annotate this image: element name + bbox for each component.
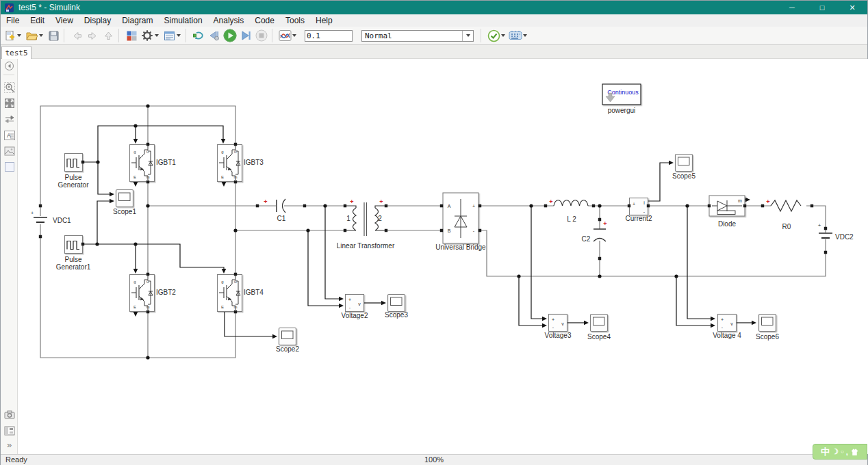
- update-diagram-button[interactable]: [192, 29, 205, 42]
- camera-icon[interactable]: [3, 409, 15, 421]
- new-model-button[interactable]: [3, 29, 16, 42]
- label-scope6: Scope6: [756, 333, 779, 341]
- minimize-button[interactable]: ─: [777, 1, 807, 14]
- ime-language-indicator[interactable]: 中: [821, 446, 830, 458]
- model-canvas[interactable]: g C E m: [18, 59, 868, 454]
- forward-button[interactable]: [86, 29, 99, 42]
- hide-browser-icon[interactable]: [3, 60, 15, 72]
- block-scope4[interactable]: [591, 315, 608, 332]
- model-browser-icon[interactable]: [3, 425, 15, 436]
- save-button[interactable]: [47, 29, 60, 42]
- open-caret-icon[interactable]: [39, 34, 43, 37]
- toolbar: Normal: [1, 27, 867, 45]
- label-transformer: Linear Transformer: [337, 242, 395, 250]
- title-bar: test5 * - Simulink ─ □ ✕: [1, 1, 867, 14]
- block-igbt3[interactable]: [218, 145, 242, 182]
- port-label: +: [633, 202, 635, 207]
- up-button[interactable]: [101, 29, 115, 42]
- ime-comma-icon[interactable]: ,: [846, 448, 848, 456]
- block-voltage3[interactable]: + - v: [549, 315, 567, 332]
- zoom-icon[interactable]: [3, 81, 15, 93]
- block-scope1[interactable]: [116, 190, 133, 207]
- signal-wires[interactable]: [83, 126, 752, 336]
- label-current2: Current2: [626, 215, 652, 222]
- menu-edit[interactable]: Edit: [25, 14, 50, 27]
- block-diode[interactable]: m: [709, 196, 745, 216]
- annotation-icon[interactable]: A: [3, 129, 15, 141]
- new-model-caret-icon[interactable]: [17, 34, 21, 37]
- block-igbt4[interactable]: [218, 275, 242, 312]
- sim-stop-time-input[interactable]: [305, 30, 353, 42]
- model-advisor-caret-icon[interactable]: [501, 34, 505, 37]
- block-powergui[interactable]: Continuous: [602, 84, 641, 105]
- area-box-icon[interactable]: [3, 161, 15, 172]
- stop-button[interactable]: [255, 29, 268, 42]
- battery-plus: +: [31, 210, 34, 216]
- data-inspector-button[interactable]: [278, 29, 292, 42]
- block-scope2[interactable]: [279, 328, 296, 345]
- model-config-button[interactable]: [162, 29, 176, 42]
- zoom-level: 100%: [1, 455, 867, 464]
- electrical-wires[interactable]: [40, 106, 826, 358]
- sim-mode-select[interactable]: Normal: [361, 30, 474, 42]
- settings-caret-icon[interactable]: [155, 34, 159, 37]
- back-button[interactable]: [70, 29, 84, 42]
- block-scope5[interactable]: [676, 155, 693, 172]
- data-inspector-caret-icon[interactable]: [292, 34, 296, 37]
- block-scope3[interactable]: [388, 295, 405, 312]
- block-pulse-generator[interactable]: [65, 154, 83, 172]
- run-button[interactable]: [223, 29, 237, 42]
- menu-simulation[interactable]: Simulation: [159, 14, 208, 27]
- menu-help[interactable]: Help: [310, 14, 338, 27]
- build-caret-icon[interactable]: [523, 34, 527, 37]
- close-button[interactable]: ✕: [837, 1, 867, 14]
- label-voltage2: Voltage2: [342, 312, 368, 319]
- expand-glyph: »: [7, 440, 12, 450]
- polarity-marks: + + + + + + + +: [31, 198, 821, 228]
- build-button[interactable]: [509, 29, 522, 42]
- step-back-button[interactable]: [207, 29, 221, 42]
- pan-arrows-icon[interactable]: [3, 113, 15, 124]
- menu-view[interactable]: View: [50, 14, 79, 27]
- model-config-caret-icon[interactable]: [177, 34, 181, 37]
- block-universal-bridge[interactable]: A B + -: [443, 193, 478, 243]
- ime-moon-icon[interactable]: ☽: [832, 447, 839, 456]
- port-squares: [39, 143, 827, 313]
- model-advisor-button[interactable]: [487, 29, 500, 42]
- polarity-plus: +: [766, 198, 769, 205]
- window-title: test5 * - Simulink: [18, 3, 80, 12]
- image-icon[interactable]: [3, 145, 15, 157]
- label-scope3: Scope3: [385, 311, 408, 319]
- label-scope5: Scope5: [672, 172, 695, 180]
- step-forward-button[interactable]: [239, 29, 253, 42]
- block-voltage4[interactable]: + - v: [718, 315, 737, 332]
- label-powergui: powergui: [608, 107, 636, 114]
- ime-skin-icon[interactable]: [850, 448, 859, 456]
- menu-analysis[interactable]: Analysis: [208, 14, 250, 27]
- block-igbt2[interactable]: [130, 275, 155, 312]
- block-voltage2[interactable]: + - v: [346, 295, 364, 312]
- label-igbt1: IGBT1: [156, 159, 176, 166]
- menu-file[interactable]: File: [1, 14, 25, 27]
- tab-test5[interactable]: test5: [1, 46, 31, 59]
- maximize-button[interactable]: □: [807, 1, 837, 14]
- menu-diagram[interactable]: Diagram: [116, 14, 158, 27]
- block-scope6[interactable]: [759, 315, 776, 332]
- menu-code[interactable]: Code: [249, 14, 280, 27]
- fit-to-view-icon[interactable]: [3, 97, 15, 109]
- ime-badge[interactable]: 中 ☽ ○ ,: [813, 444, 867, 460]
- settings-gear-button[interactable]: [140, 29, 154, 42]
- tab-bar: test5: [1, 45, 867, 59]
- simulink-app-icon: [5, 3, 14, 12]
- block-current2[interactable]: + - i: [630, 198, 648, 215]
- ime-circle-icon[interactable]: ○: [841, 449, 844, 455]
- menu-tools[interactable]: Tools: [280, 14, 310, 27]
- open-button[interactable]: [25, 29, 38, 42]
- menu-display[interactable]: Display: [79, 14, 116, 27]
- library-browser-button[interactable]: [125, 29, 138, 42]
- expand-palette-icon[interactable]: »: [3, 439, 15, 451]
- block-igbt1[interactable]: [130, 145, 155, 182]
- label-diode: Diode: [718, 220, 737, 228]
- label-voltage3: Voltage3: [545, 332, 572, 339]
- block-pulse-generator1[interactable]: [65, 236, 83, 254]
